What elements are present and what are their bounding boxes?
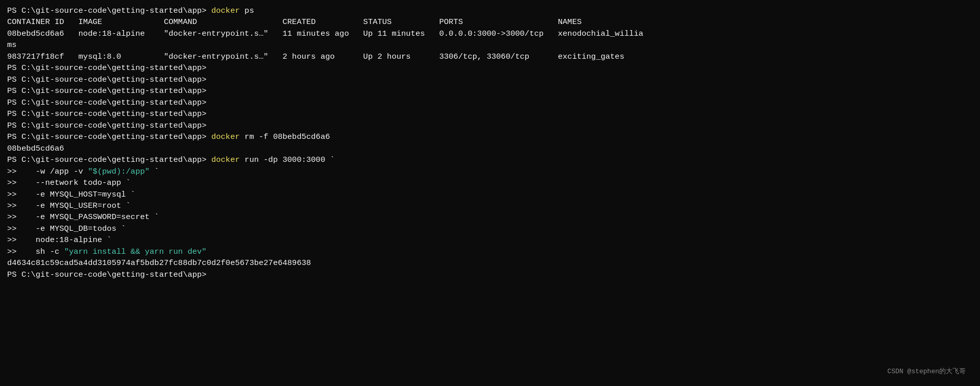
terminal-text: >> -w /app -v [7,167,88,176]
terminal-text: 08bebd5cd6a6 [7,144,64,153]
terminal-text: ms [7,40,17,50]
terminal-text: >> -e MYSQL_DB=todos ` [7,224,126,233]
terminal-text: CONTAINER ID IMAGE COMMAND CREATED STATU… [7,17,581,27]
terminal-line: >> -e MYSQL_DB=todos ` [7,223,973,234]
terminal-text: PS C:\git-source-code\getting-started\ap… [7,98,211,107]
terminal-line: >> node:18-alpine ` [7,234,973,246]
terminal-text: 08bebd5cd6a6 node:18-alpine "docker-entr… [7,29,643,38]
terminal-line: PS C:\git-source-code\getting-started\ap… [7,131,973,142]
terminal-line: PS C:\git-source-code\getting-started\ap… [7,120,973,131]
terminal-line: PS C:\git-source-code\getting-started\ap… [7,97,973,108]
watermark: CSDN @stephen的大飞哥 [888,367,966,377]
terminal-text: "$(pwd):/app" [88,167,150,176]
terminal-text: PS C:\git-source-code\getting-started\ap… [7,75,211,84]
terminal-text: PS C:\git-source-code\getting-started\ap… [7,121,211,130]
terminal-line: >> -w /app -v "$(pwd):/app" ` [7,166,973,177]
terminal-line: PS C:\git-source-code\getting-started\ap… [7,269,973,280]
terminal-text: PS C:\git-source-code\getting-started\ap… [7,132,211,141]
terminal-text: d4634c81c59cad5a4dd3105974af5bdb27fc88db… [7,258,311,268]
terminal-text: docker [211,132,240,141]
terminal-text: PS C:\git-source-code\getting-started\ap… [7,109,211,118]
terminal-line: d4634c81c59cad5a4dd3105974af5bdb27fc88db… [7,257,973,269]
terminal-line: >> sh -c "yarn install && yarn run dev" [7,246,973,257]
terminal-line: 9837217f18cf mysql:8.0 "docker-entrypoin… [7,51,973,62]
terminal-text: PS C:\git-source-code\getting-started\ap… [7,270,211,279]
terminal-text: PS C:\git-source-code\getting-started\ap… [7,63,211,73]
terminal-line: 08bebd5cd6a6 node:18-alpine "docker-entr… [7,28,973,39]
terminal-text: 9837217f18cf mysql:8.0 "docker-entrypoin… [7,52,624,61]
terminal-line: PS C:\git-source-code\getting-started\ap… [7,74,973,85]
terminal-text: >> node:18-alpine ` [7,235,112,245]
terminal-text: >> -e MYSQL_USER=root ` [7,201,131,210]
terminal-line: PS C:\git-source-code\getting-started\ap… [7,108,973,119]
terminal-text: rm -f 08bebd5cd6a6 [240,132,330,141]
terminal-line: >> -e MYSQL_HOST=mysql ` [7,189,973,200]
terminal-text: ` [150,167,159,176]
terminal-text: PS C:\git-source-code\getting-started\ap… [7,155,211,164]
terminal-line: PS C:\git-source-code\getting-started\ap… [7,5,973,16]
terminal-line: >> --network todo-app ` [7,177,973,188]
terminal-text: docker [211,155,240,164]
terminal-text: PS C:\git-source-code\getting-started\ap… [7,6,211,15]
terminal-line: PS C:\git-source-code\getting-started\ap… [7,62,973,74]
terminal-line: >> -e MYSQL_USER=root ` [7,200,973,211]
terminal-window[interactable]: PS C:\git-source-code\getting-started\ap… [7,5,973,381]
terminal-line: 08bebd5cd6a6 [7,143,973,154]
terminal-line: CONTAINER ID IMAGE COMMAND CREATED STATU… [7,16,973,28]
terminal-line: PS C:\git-source-code\getting-started\ap… [7,154,973,165]
terminal-text: run -dp 3000:3000 ` [240,155,335,164]
terminal-text: "yarn install && yarn run dev" [64,247,207,256]
terminal-text: PS C:\git-source-code\getting-started\ap… [7,86,211,95]
terminal-text: >> sh -c [7,247,64,256]
terminal-text: docker [211,6,240,15]
terminal-output: PS C:\git-source-code\getting-started\ap… [7,5,973,280]
terminal-text: >> -e MYSQL_PASSWORD=secret ` [7,212,159,222]
terminal-text: >> -e MYSQL_HOST=mysql ` [7,190,135,199]
terminal-line: >> -e MYSQL_PASSWORD=secret ` [7,211,973,223]
terminal-line: PS C:\git-source-code\getting-started\ap… [7,85,973,96]
terminal-line: ms [7,39,973,51]
terminal-text: >> --network todo-app ` [7,178,131,187]
terminal-text: ps [240,6,254,15]
